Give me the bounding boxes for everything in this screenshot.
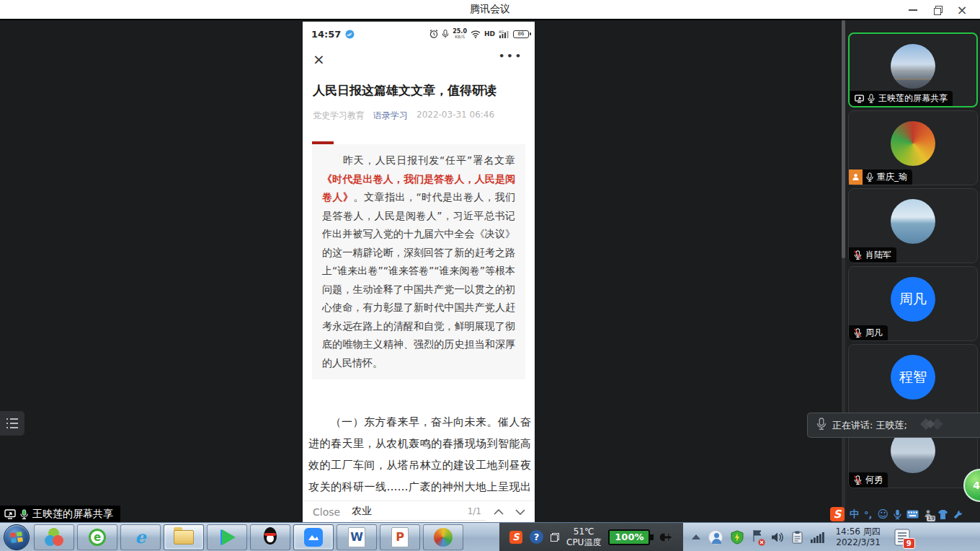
network-speed: 25.0KB/S [453, 29, 467, 39]
emoji-icon[interactable]: ☺ [877, 508, 888, 521]
keyboard-icon[interactable] [906, 510, 919, 519]
screen-share-icon [855, 94, 864, 103]
avatar [891, 199, 935, 244]
weather-icon [345, 30, 355, 39]
screen-share-banner-label: 王映莲的屏幕共享 [32, 508, 113, 521]
shared-screen-panel: 14:57 25.0KB/S HD 4G 86 × ••• 人民日报这篇雄文文章… [303, 22, 535, 522]
find-match-count: 1/1 [468, 506, 486, 516]
find-query: 农业 [352, 505, 372, 518]
mic-status-icon [442, 30, 449, 38]
network-signal-icon[interactable] [811, 532, 824, 543]
taskbar-app-powerpoint[interactable]: P [380, 524, 420, 550]
article-tag-link[interactable]: 语录学习 [373, 110, 408, 122]
now-speaking-toast: 正在讲话: 王映莲; [807, 413, 980, 438]
participant-tile[interactable]: 周凡 周凡 [848, 266, 978, 341]
meeting-logo-watermark [914, 416, 958, 435]
article-date: 2022-03-31 06:46 [416, 110, 494, 122]
window-expand-icon[interactable] [551, 533, 559, 542]
mic-muted-icon [854, 328, 862, 338]
settings-wrench-icon[interactable] [953, 510, 963, 519]
voice-input-icon[interactable] [894, 509, 901, 519]
find-prev-icon[interactable] [493, 508, 504, 516]
participant-tile[interactable]: 肖陆军 [848, 188, 978, 263]
close-button[interactable]: × [950, 0, 974, 19]
ime-mode-chinese[interactable]: 中 [850, 508, 859, 521]
avatar-initials: 程智 [891, 355, 935, 400]
article-quote-block: 昨天，人民日报刊发“任平”署名文章《时代是出卷人，我们是答卷人，人民是阅卷人》。… [312, 144, 525, 379]
participant-name: 何勇 [865, 474, 883, 486]
taskbar-app-green-e-browser[interactable]: e [77, 524, 117, 550]
hd-indicator: HD [484, 30, 495, 38]
clock-date: 2022/3/31 [835, 537, 880, 548]
participant-name: 肖陆军 [865, 249, 891, 261]
security-shield-icon[interactable] [731, 530, 744, 545]
tray-clock[interactable]: 14:56 周四 2022/3/31 [835, 526, 880, 548]
member-badge-icon [849, 169, 863, 185]
svg-text:4G: 4G [499, 30, 504, 34]
battery-widget[interactable]: 100% [608, 529, 650, 545]
mic-on-icon [866, 172, 873, 182]
find-input[interactable]: 农业 1/1 [352, 503, 486, 521]
help-icon[interactable]: ? [530, 530, 543, 544]
find-on-page-bar: Close 农业 1/1 [303, 501, 535, 522]
participant-name: 王映莲的屏幕共享 [878, 92, 948, 105]
article-nav-bar: × ••• [303, 49, 535, 74]
restore-button[interactable] [925, 0, 950, 19]
sidebar-scrollbar[interactable] [842, 20, 845, 522]
article-tag: 党史学习教育 [313, 110, 365, 122]
article-close-icon[interactable]: × [313, 50, 325, 68]
find-next-icon[interactable] [514, 508, 526, 516]
taskbar-app-qq[interactable] [250, 524, 290, 550]
find-close-button[interactable]: Close [313, 506, 340, 518]
screen-share-banner: 王映莲的屏幕共享 [0, 506, 120, 522]
participant-name: 周凡 [865, 327, 883, 339]
skin-tshirt-icon[interactable] [937, 510, 948, 519]
article-title: 人民日报这篇雄文文章，值得研读 [313, 82, 526, 99]
clock-time: 14:56 周四 [835, 526, 880, 537]
taskbar-app-tencent-video[interactable] [207, 524, 247, 550]
ime-punctuation-icon[interactable]: °, [864, 509, 872, 520]
clipboard-tray-icon[interactable] [792, 531, 803, 544]
notes-unread-badge: 9 [903, 538, 915, 549]
sogou-account-icon[interactable]: 19 [924, 509, 932, 520]
cell-signal-icon: 4G [499, 30, 509, 38]
windows-taskbar: e e W P S ? 51℃CPU温度 100% [0, 522, 980, 551]
mic-on-icon [868, 94, 875, 103]
cpu-temp-widget[interactable]: 51℃CPU温度 [566, 526, 601, 548]
taskbar-app-tencent-meeting[interactable] [293, 524, 334, 550]
notes-tray-icon[interactable]: 9 [893, 528, 912, 547]
volume-icon[interactable] [771, 532, 784, 543]
taskbar-app-pinwheel-suite[interactable] [34, 524, 74, 550]
avatar [891, 44, 935, 89]
avatar [891, 121, 935, 166]
mic-active-icon [20, 509, 28, 519]
user-tray-icon[interactable] [708, 530, 723, 545]
participant-tile[interactable]: 重庆_瑜 [848, 110, 978, 185]
more-menu-icon[interactable]: ••• [499, 50, 523, 61]
now-speaking-text: 正在讲话: 王映莲; [832, 419, 907, 432]
alarm-icon [429, 30, 438, 38]
action-center-flag-icon[interactable] [752, 529, 763, 545]
taskbar-app-internet-explorer[interactable]: e [120, 524, 161, 550]
participant-tile[interactable]: 程智 [848, 344, 978, 419]
notification-area: 14:56 周四 2022/3/31 9 [692, 523, 911, 551]
taskbar-app-word[interactable]: W [337, 524, 377, 550]
minimize-button[interactable] [901, 0, 925, 19]
taskbar-dark-tray: S ? 51℃CPU温度 100% [499, 523, 683, 551]
sogou-tray-icon[interactable]: S [509, 531, 522, 544]
member-list-toggle-icon[interactable] [0, 411, 24, 436]
participant-name: 重庆_瑜 [877, 171, 907, 183]
power-plug-icon [657, 531, 673, 544]
phone-clock: 14:57 [311, 29, 341, 40]
sogou-logo-icon[interactable]: S [830, 507, 845, 521]
mic-muted-icon [854, 250, 862, 260]
avatar-initials: 周凡 [891, 277, 935, 322]
show-hidden-icons[interactable] [692, 534, 700, 539]
start-button[interactable] [4, 524, 30, 550]
participants-sidebar: 王映莲的屏幕共享 重庆_瑜 肖陆军 周凡 周凡 [842, 20, 980, 522]
screen-share-icon [4, 509, 16, 519]
taskbar-app-file-explorer[interactable] [164, 524, 204, 550]
mic-muted-icon [854, 475, 862, 485]
taskbar-app-game[interactable] [423, 524, 463, 550]
participant-tile[interactable]: 王映莲的屏幕共享 [848, 32, 978, 107]
